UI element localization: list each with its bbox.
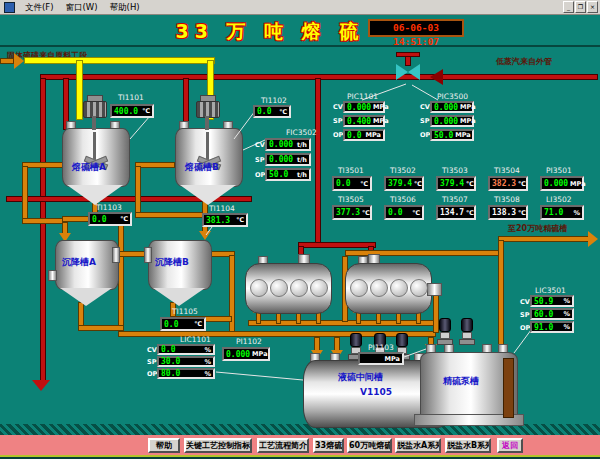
cv-label: CV (420, 103, 430, 111)
display-PIC3500-sp[interactable]: 0.000MPa (430, 115, 474, 127)
value: 0.000 (347, 103, 371, 112)
display-PIC1101-sp[interactable]: 0.400MPa (343, 115, 385, 127)
unit: t/h (297, 156, 307, 164)
controller-tag: PIC1101 (347, 92, 378, 101)
unit: ℃ (518, 180, 526, 188)
unit: ℃ (120, 215, 128, 223)
display-TI3504: 382.3℃ (488, 176, 528, 191)
sp-label: SP (420, 117, 429, 125)
melt-tank-b-label: 熔硫槽B (185, 161, 219, 174)
display-FIC3502-op[interactable]: 50.0t/h (265, 168, 311, 181)
value: 50.0 (434, 131, 453, 140)
instrument-tag: TI3503 (442, 166, 468, 175)
cv-label: CV (333, 103, 343, 111)
value: 60.0 (534, 310, 553, 319)
value: 0.0 (257, 107, 271, 116)
value: 91.0 (534, 323, 553, 332)
display-LIC1101-sp[interactable]: 30.0% (157, 356, 215, 367)
desalted-water-b-button[interactable]: 脱盐水B系列 (445, 438, 491, 453)
op-label: OP (520, 324, 530, 332)
display-LIC1101-op[interactable]: 80.0% (157, 368, 215, 379)
cv-label: CV (520, 298, 530, 306)
unit: % (204, 370, 211, 378)
display-FIC3502-sp[interactable]: 0.000t/h (265, 153, 311, 166)
op-label: OP (147, 370, 157, 378)
display-TI3501: 0.0℃ (332, 176, 372, 191)
display-TI1101: 400.0℃ (110, 104, 154, 118)
display-PIC1101-cv[interactable]: 0.000MPa (343, 101, 385, 113)
instrument-tag: TI1102 (261, 96, 287, 105)
unit: ℃ (142, 107, 150, 115)
value: 50.9 (534, 297, 553, 306)
display-LIC3501-op[interactable]: 91.0% (530, 321, 574, 333)
value: 0.400 (347, 117, 371, 126)
unit: MPa (570, 180, 585, 188)
mid-tank-name: 液硫中间槽 (338, 371, 383, 384)
instrument-tag: TI3506 (390, 195, 416, 204)
unit: MPa (460, 103, 475, 111)
instrument-tag: TI1103 (96, 203, 122, 212)
display-LIC3501-sp[interactable]: 60.0% (530, 308, 574, 320)
value: 381.3 (206, 216, 230, 225)
sp-label: SP (147, 358, 156, 366)
value: 379.4 (440, 179, 464, 188)
value: 0.0 (388, 208, 402, 217)
unit: MPa (366, 131, 381, 139)
display-PI1103: MPa (358, 352, 404, 365)
display-LIC3501-cv[interactable]: 50.9% (530, 295, 574, 307)
instrument-tag: TI3507 (442, 195, 468, 204)
instrument-tag: TI3502 (390, 166, 416, 175)
display-PIC3500-op[interactable]: 50.0MPa (430, 129, 474, 141)
return-button[interactable]: 返回 (497, 438, 523, 453)
value: 0.0 (164, 320, 178, 329)
display-FIC3502-cv[interactable]: 0.000t/h (265, 138, 311, 151)
display-PI3501: 0.000MPa (540, 176, 584, 191)
sp-label: SP (333, 117, 342, 125)
op-label: OP (420, 131, 430, 139)
value: 0.0 (161, 345, 175, 354)
value: 0.0 (347, 131, 361, 140)
hmi-screen: 文件(F) 窗口(W) 帮助(H) _ ❐ × 33 万 吨 熔 硫 06-06… (0, 0, 600, 459)
unit: ℃ (236, 216, 244, 224)
value: 134.7 (440, 208, 464, 217)
help-button[interactable]: 帮助 (148, 438, 180, 453)
unit: ℃ (362, 209, 370, 217)
value: 138.3 (492, 208, 516, 217)
instrument-tag: TI1105 (172, 307, 198, 316)
unit: t/h (297, 171, 307, 179)
value: 30.0 (161, 357, 180, 366)
value: 379.4 (388, 179, 412, 188)
key-process-indicators-button[interactable]: 关键工艺控制指标 (184, 438, 252, 453)
unit: MPa (460, 117, 475, 125)
display-PIC1101-op[interactable]: 0.0MPa (343, 129, 385, 141)
display-LI3502: 71.0% (540, 205, 584, 220)
instrument-tag: PI1102 (236, 337, 262, 346)
unit: t/h (297, 141, 307, 149)
value: 0.000 (269, 155, 293, 164)
melt-600k-button[interactable]: 60万吨熔硫 (347, 438, 392, 453)
mid-tank-tag: V1105 (360, 387, 392, 397)
display-TI1105: 0.0℃ (160, 317, 206, 331)
unit: ℃ (360, 180, 368, 188)
value: 71.0 (544, 208, 563, 217)
instrument-tag: TI1101 (118, 93, 144, 102)
display-LIC1101-cv[interactable]: 0.0% (157, 344, 215, 355)
value: 80.0 (161, 369, 180, 378)
navigation-bar: 帮助 关键工艺控制指标 工艺流程简介 33熔硫 60万吨熔硫 脱盐水A系列 脱盐… (0, 435, 600, 455)
unit: MPa (455, 131, 470, 139)
unit: MPa (385, 355, 400, 363)
cv-label: CV (255, 141, 265, 149)
display-PIC3500-cv[interactable]: 0.000MPa (430, 101, 474, 113)
melt-33-button[interactable]: 33熔硫 (313, 438, 344, 453)
process-flow-intro-button[interactable]: 工艺流程简介 (257, 438, 309, 453)
value: 400.0 (114, 107, 138, 116)
instrument-tag: TI3504 (494, 166, 520, 175)
unit: ℃ (466, 209, 474, 217)
instrument-tag: TI3508 (494, 195, 520, 204)
settling-tank-a-label: 沉降槽A (62, 256, 96, 269)
cv-label: CV (147, 346, 157, 354)
desalted-water-a-button[interactable]: 脱盐水A系列 (395, 438, 441, 453)
value: 0.000 (269, 140, 293, 149)
unit: ℃ (279, 108, 287, 116)
unit: MPa (373, 103, 388, 111)
